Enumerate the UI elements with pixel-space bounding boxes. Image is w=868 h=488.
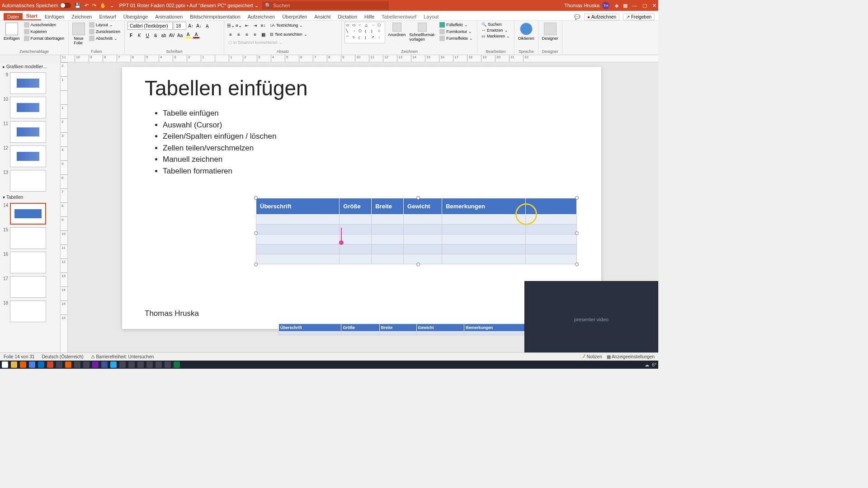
- columns-icon[interactable]: ▦: [259, 31, 267, 38]
- bullet-item[interactable]: Manuell zeichnen: [163, 154, 579, 165]
- close-icon[interactable]: ✕: [652, 3, 656, 9]
- app-icon[interactable]: [156, 361, 162, 368]
- underline-icon[interactable]: U: [144, 32, 151, 39]
- font-size-select[interactable]: 18: [174, 22, 186, 30]
- selection-handle[interactable]: [575, 196, 579, 200]
- table-cell[interactable]: [525, 235, 576, 244]
- section-header[interactable]: ▸ Grafiken modellier…: [0, 62, 60, 71]
- format-painter-button[interactable]: Format übertragen: [23, 35, 66, 42]
- tab-slideshow[interactable]: Bildschirmpräsentation: [186, 13, 244, 20]
- slide-thumbnail[interactable]: 16: [0, 250, 60, 275]
- table-cell[interactable]: [256, 225, 340, 235]
- increase-font-icon[interactable]: A↑: [187, 22, 194, 29]
- table-cell[interactable]: [340, 215, 372, 225]
- table-cell[interactable]: [442, 254, 525, 264]
- minimize-icon[interactable]: —: [632, 3, 637, 9]
- smartart-button[interactable]: ⬡In SmartArt konvertieren ⌄: [227, 40, 284, 45]
- reset-button[interactable]: Zurücksetzen: [88, 28, 122, 35]
- section-button[interactable]: Abschnitt ⌄: [88, 35, 122, 42]
- slide-thumbnail[interactable]: 11: [0, 120, 60, 144]
- shape-outline-button[interactable]: Formkontur ⌄: [438, 28, 474, 35]
- table-cell[interactable]: [340, 225, 372, 235]
- decrease-font-icon[interactable]: A↓: [195, 22, 203, 29]
- tab-draw[interactable]: Zeichnen: [68, 13, 95, 20]
- touch-mode-icon[interactable]: ✋: [100, 3, 106, 9]
- table-cell[interactable]: [340, 244, 372, 254]
- telegram-icon[interactable]: [110, 361, 117, 368]
- language-status[interactable]: Deutsch (Österreich): [42, 354, 83, 359]
- highlight-icon[interactable]: A: [184, 32, 192, 39]
- vlc-icon[interactable]: [65, 361, 71, 368]
- table-cell[interactable]: [372, 225, 404, 235]
- align-left-icon[interactable]: ≡: [227, 31, 234, 38]
- tab-animations[interactable]: Animationen: [151, 13, 186, 20]
- tab-insert[interactable]: Einfügen: [41, 13, 68, 20]
- slide-panel[interactable]: ▸ Grafiken modellier… 910111213 ▾ Tabell…: [0, 62, 61, 360]
- slide-thumbnail[interactable]: 9: [0, 71, 60, 95]
- selection-handle[interactable]: [575, 231, 579, 235]
- table-cell[interactable]: [442, 235, 525, 244]
- table-cell[interactable]: [372, 215, 404, 225]
- table-cell[interactable]: [525, 244, 576, 254]
- numbering-icon[interactable]: ≡⌄: [235, 22, 242, 29]
- bold-icon[interactable]: F: [127, 32, 135, 39]
- selection-handle[interactable]: [416, 263, 420, 266]
- table-header[interactable]: Breite: [372, 198, 404, 215]
- section-header[interactable]: ▾ Tabellen: [0, 193, 60, 202]
- tab-view[interactable]: Ansicht: [311, 13, 334, 20]
- shape-effects-button[interactable]: Formeffekte ⌄: [438, 35, 474, 42]
- table-cell[interactable]: [404, 244, 442, 254]
- bullet-item[interactable]: Zeilen/Spalten einfügen / löschen: [163, 131, 579, 142]
- app-icon[interactable]: [146, 361, 153, 368]
- comments-icon[interactable]: 💬: [574, 14, 580, 20]
- font-color-icon[interactable]: A: [193, 32, 200, 39]
- designer-button[interactable]: Designer: [541, 22, 559, 42]
- slide-thumbnail[interactable]: 12: [0, 144, 60, 169]
- slide-thumbnail[interactable]: 17: [0, 275, 60, 299]
- outlook-icon[interactable]: [38, 361, 44, 368]
- italic-icon[interactable]: K: [136, 32, 143, 39]
- slide-thumbnail[interactable]: 14: [0, 202, 60, 226]
- strike-icon[interactable]: S̶: [152, 32, 159, 39]
- explorer-icon[interactable]: [11, 361, 17, 368]
- app-icon[interactable]: [74, 361, 80, 368]
- tab-file[interactable]: Datei: [4, 13, 23, 20]
- table-header[interactable]: Gewicht: [404, 198, 442, 215]
- decrease-indent-icon[interactable]: ⇤: [243, 22, 250, 29]
- app-icon[interactable]: [83, 361, 90, 368]
- bullet-item[interactable]: Auswahl (Cursor): [163, 119, 579, 131]
- tab-layout[interactable]: Layout: [420, 13, 442, 20]
- selection-handle[interactable]: [254, 263, 258, 266]
- new-slide-button[interactable]: Neue Folie: [71, 22, 86, 46]
- bullet-item[interactable]: Tabellen formatieren: [163, 165, 579, 177]
- tab-transitions[interactable]: Übergänge: [120, 13, 151, 20]
- selection-handle[interactable]: [254, 196, 258, 200]
- table-cell[interactable]: [442, 225, 525, 235]
- align-text-button[interactable]: ⊟Text ausrichten ⌄: [269, 32, 309, 37]
- bullet-item[interactable]: Zellen teilen/verschmelzen: [163, 142, 579, 154]
- firefox-icon[interactable]: [20, 361, 26, 368]
- table-cell[interactable]: [442, 215, 525, 225]
- slide-thumbnail[interactable]: 13: [0, 169, 60, 193]
- shape-fill-button[interactable]: Fülleffekt ⌄: [438, 22, 474, 28]
- coming-soon-icon[interactable]: ◈: [615, 3, 618, 9]
- table-cell[interactable]: [404, 254, 442, 264]
- table-cell[interactable]: [340, 254, 372, 264]
- font-name-select[interactable]: Calibri (Textkörper): [127, 22, 173, 30]
- increase-indent-icon[interactable]: ⇥: [251, 22, 259, 29]
- tab-design[interactable]: Entwurf: [95, 13, 119, 20]
- chrome-icon[interactable]: [29, 361, 35, 368]
- table-cell[interactable]: [256, 235, 340, 244]
- onenote-icon[interactable]: [92, 361, 99, 368]
- powerpoint-icon[interactable]: [47, 361, 53, 368]
- table-header[interactable]: Größe: [340, 198, 372, 215]
- cut-button[interactable]: Ausschneiden: [23, 22, 66, 28]
- app-icon[interactable]: [119, 361, 126, 368]
- slide-counter[interactable]: Folie 14 von 31: [4, 354, 34, 359]
- align-right-icon[interactable]: ≡: [243, 31, 250, 38]
- visio-icon[interactable]: [101, 361, 108, 368]
- slide-thumbnail[interactable]: 18: [0, 299, 60, 324]
- app-icon[interactable]: [165, 361, 171, 368]
- document-title[interactable]: PPT 01 Roter Faden 002.pptx • Auf "diese…: [119, 3, 259, 9]
- record-button[interactable]: ●Aufzeichnen: [584, 14, 619, 20]
